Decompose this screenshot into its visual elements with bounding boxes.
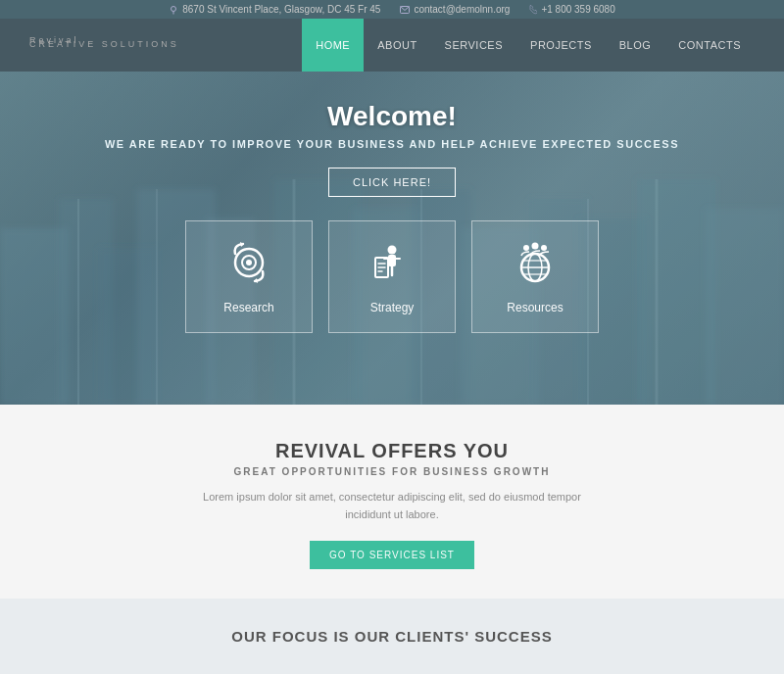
nav-blog[interactable]: BLOG [606, 19, 665, 72]
feature-label-research: Research [223, 301, 273, 314]
strategy-icon [369, 240, 415, 291]
hero-section: Welcome! WE ARE READY TO IMPROVE YOUR BU… [0, 72, 784, 405]
nav-about[interactable]: ABOUT [364, 19, 430, 72]
offers-cta-button[interactable]: GO TO SERVICES LIST [310, 541, 474, 569]
svg-point-40 [523, 245, 529, 251]
nav-projects[interactable]: PROJECTS [516, 19, 606, 72]
feature-label-strategy: Strategy [370, 301, 415, 314]
focus-section: OUR FOCUS IS OUR CLIENTS' SUCCESS laoree… [0, 599, 784, 674]
phone-info: +1 800 359 6080 [529, 4, 614, 15]
hero-cta-button[interactable]: CLICK HERE! [328, 168, 456, 197]
offers-subtitle: GREAT OPPORTUNITIES FOR BUSINESS GROWTH [20, 466, 764, 477]
header: Revival CREATIVE SOLUTIONS HOME ABOUT SE… [0, 19, 784, 72]
nav-home[interactable]: HOME [302, 19, 364, 72]
focus-title: OUR FOCUS IS OUR CLIENTS' SUCCESS [20, 628, 764, 645]
email-icon [400, 6, 410, 14]
svg-point-41 [532, 242, 539, 249]
resources-icon [513, 240, 558, 291]
feature-boxes: Research Strategy [185, 220, 599, 333]
feature-box-strategy[interactable]: Strategy [328, 220, 456, 333]
phone-icon [529, 5, 537, 15]
svg-rect-14 [637, 179, 715, 405]
logo: Revival CREATIVE SOLUTIONS [29, 41, 179, 49]
address-info: 8670 St Vincent Place, Glasgow, DC 45 Fr… [169, 4, 380, 15]
feature-label-resources: Resources [507, 301, 563, 314]
feature-box-resources[interactable]: Resources [471, 220, 599, 333]
location-icon [169, 5, 178, 15]
hero-content: Welcome! WE ARE READY TO IMPROVE YOUR BU… [105, 72, 679, 197]
top-bar: 8670 St Vincent Place, Glasgow, DC 45 Fr… [0, 0, 784, 19]
email-info: contact@demolnn.org [400, 4, 510, 15]
hero-subtitle: WE ARE READY TO IMPROVE YOUR BUSINESS AN… [105, 138, 679, 150]
main-nav: HOME ABOUT SERVICES PROJECTS BLOG CONTAC… [302, 19, 755, 72]
research-icon [226, 240, 271, 291]
svg-point-27 [388, 245, 397, 254]
svg-rect-3 [0, 228, 69, 405]
svg-rect-28 [388, 255, 396, 266]
svg-point-0 [172, 6, 176, 11]
offers-section: REVIVAL OFFERS YOU GREAT OPPORTUNITIES F… [0, 405, 784, 599]
nav-contacts[interactable]: CONTACTS [664, 19, 755, 72]
offers-text: Lorem ipsum dolor sit amet, consectetur … [186, 489, 598, 523]
svg-point-42 [541, 245, 547, 251]
nav-services[interactable]: SERVICES [431, 19, 516, 72]
svg-point-24 [246, 260, 252, 265]
svg-marker-25 [240, 242, 244, 247]
svg-marker-26 [254, 278, 258, 283]
svg-rect-15 [706, 209, 784, 405]
feature-box-research[interactable]: Research [185, 220, 313, 333]
offers-title: REVIVAL OFFERS YOU [20, 440, 764, 462]
hero-title: Welcome! [105, 101, 679, 132]
